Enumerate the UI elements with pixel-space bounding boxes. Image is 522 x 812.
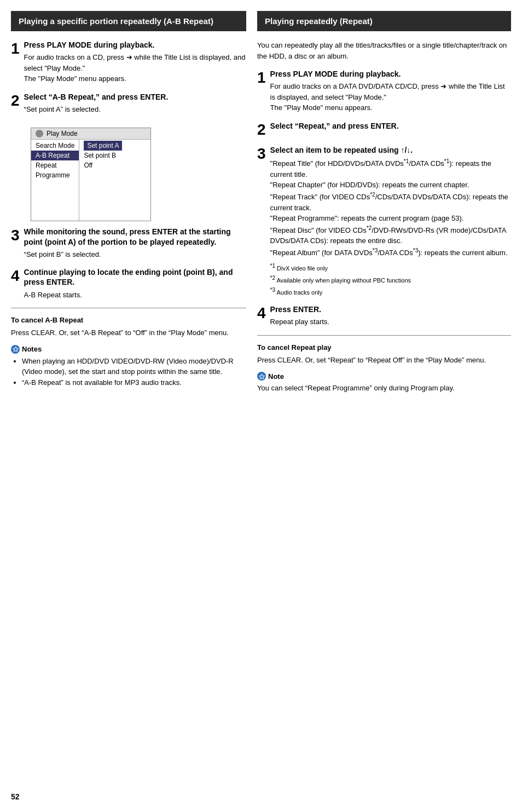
step-body: For audio tracks on a CD, press ➜ while …	[24, 52, 246, 84]
pm-item-ab-repeat: A-B Repeat	[31, 151, 79, 160]
pm-item-repeat: Repeat	[31, 160, 79, 170]
right-step-2: 2 Select “Repeat,” and press ENTER.	[257, 121, 511, 137]
step-title: Press PLAY MODE during playback.	[24, 40, 246, 50]
step-number: 2	[11, 93, 20, 108]
pm-option-set-b: Set point B	[84, 151, 122, 160]
right-note-text: You can select “Repeat Programme” only d…	[257, 383, 511, 394]
pm-left-list: Search Mode A-B Repeat Repeat Programme	[31, 140, 79, 221]
step-number: 3	[257, 146, 266, 162]
right-step-4: 4 Press ENTER. Repeat play starts.	[257, 304, 511, 327]
right-note-title: Note	[268, 372, 284, 381]
left-step-4: 4 Continue playing to locate the ending …	[11, 267, 246, 300]
note-item-2: “A-B Repeat” is not available for MP3 au…	[22, 377, 246, 388]
right-note-header: ⚝ Note	[257, 372, 511, 381]
footnote-1: *1 DivX video file only	[270, 262, 511, 273]
step-title: Press PLAY MODE during playback.	[270, 69, 511, 79]
step-number: 3	[11, 228, 20, 243]
cancel-ab-text: Press CLEAR. Or, set “A-B Repeat” to “Of…	[11, 327, 246, 338]
cancel-repeat-text: Press CLEAR. Or, set “Repeat” to “Repeat…	[257, 355, 511, 366]
notes-header: ⚝ Notes	[11, 345, 246, 354]
pm-item-blank1	[31, 180, 79, 190]
footnote-2: *2 Available only when playing without P…	[270, 274, 511, 285]
step-title: Continue playing to locate the ending po…	[24, 267, 246, 287]
step-body: "Repeat Title" (for HDD/DVDs/DATA DVDs*1…	[270, 157, 511, 258]
step-body: A-B Repeat starts.	[24, 290, 246, 301]
step-title: Press ENTER.	[270, 304, 511, 314]
play-mode-menu: Play Mode Search Mode A-B Repeat Repeat …	[31, 128, 151, 221]
pm-option-set-a: Set point A	[84, 141, 122, 151]
pm-item-blank3	[31, 200, 79, 210]
left-section-title: Playing a specific portion repeatedly (A…	[11, 11, 246, 31]
page-number: 52	[11, 792, 20, 801]
step-number: 1	[257, 70, 266, 85]
cancel-repeat-title: To cancel Repeat play	[257, 343, 511, 352]
notes-list: When playing an HDD/DVD VIDEO/DVD-RW (Vi…	[11, 356, 246, 388]
right-section-title: Playing repeatedly (Repeat)	[257, 11, 511, 31]
step-title: Select an item to be repeated using ↑/↓.	[270, 145, 511, 155]
pm-right-list: Set point A Set point B Off	[79, 140, 126, 221]
step-body: “Set point B” is selected.	[24, 249, 246, 260]
step-number: 4	[11, 268, 20, 284]
right-column: Playing repeatedly (Repeat) You can repe…	[257, 11, 511, 801]
pm-option-off: Off	[84, 160, 122, 170]
left-step-2: 2 Select “A-B Repeat,” and press ENTER. …	[11, 92, 246, 115]
left-step-3: 3 While monitoring the sound, press ENTE…	[11, 227, 246, 260]
pm-item-search: Search Mode	[31, 141, 79, 151]
notes-icon: ⚝	[11, 345, 20, 354]
right-step-1: 1 Press PLAY MODE during playback. For a…	[257, 69, 511, 113]
step-number: 2	[257, 122, 266, 137]
step-number: 4	[257, 306, 266, 321]
step-title: Select “Repeat,” and press ENTER.	[270, 121, 511, 131]
footnote-3: *3 Audio tracks only	[270, 286, 511, 297]
pm-item-programme: Programme	[31, 170, 79, 180]
divider	[11, 308, 246, 308]
cancel-ab-title: To cancel A-B Repeat	[11, 316, 246, 324]
note-item-1: When playing an HDD/DVD VIDEO/DVD-RW (Vi…	[22, 356, 246, 377]
step-body: Repeat play starts.	[270, 316, 511, 327]
notes-title: Notes	[22, 345, 42, 353]
step-body: For audio tracks on a DATA DVD/DATA CD/C…	[270, 81, 511, 113]
pm-item-blank4	[31, 210, 79, 220]
right-note-icon: ⚝	[257, 372, 266, 381]
step-number: 1	[11, 41, 20, 56]
step-title: Select “A-B Repeat,” and press ENTER.	[24, 92, 246, 102]
step-body: “Set point A” is selected.	[24, 104, 246, 115]
right-step-3: 3 Select an item to be repeated using ↑/…	[257, 145, 511, 297]
right-divider	[257, 335, 511, 336]
right-intro: You can repeatedly play all the titles/t…	[257, 40, 511, 61]
pm-menu-title: Play Mode	[47, 130, 78, 137]
pm-item-blank2	[31, 190, 79, 200]
play-mode-icon	[36, 130, 43, 137]
step-title: While monitoring the sound, press ENTER …	[24, 227, 246, 246]
left-column: Playing a specific portion repeatedly (A…	[11, 11, 246, 801]
left-step-1: 1 Press PLAY MODE during playback. For a…	[11, 40, 246, 84]
